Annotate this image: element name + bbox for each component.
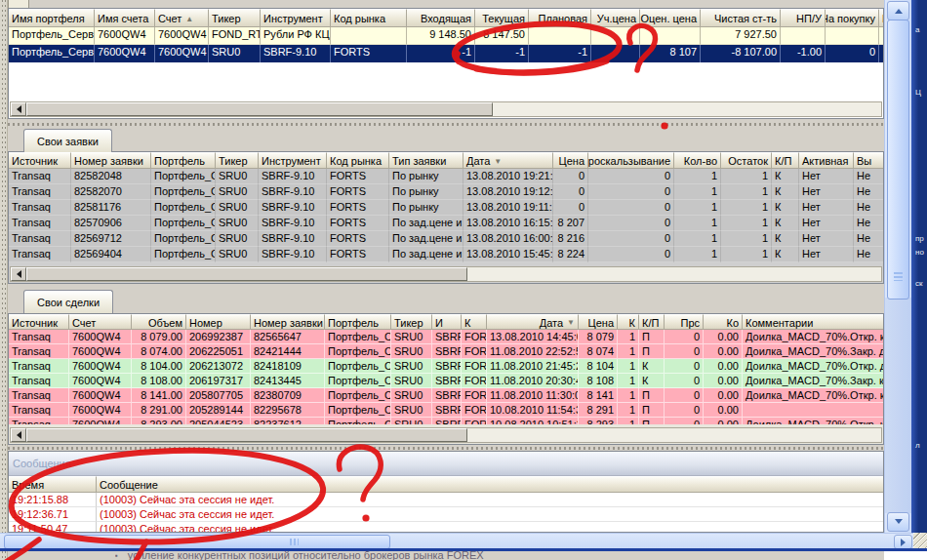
column-header[interactable]: Плановая [529,9,591,27]
table-cell: Не [854,247,884,262]
scroll-right-button[interactable] [894,535,912,549]
column-header[interactable]: Активная [799,152,854,169]
table-row[interactable]: Transaq82582048Портфель_СеSRU0SBRF-9.10F… [9,169,883,184]
table-row[interactable]: Transaq7600QW48 074.0020622505182421444П… [9,344,883,359]
column-header[interactable]: Имя счета [95,9,155,27]
outer-hscrollbar[interactable] [0,533,913,548]
tab-trades[interactable]: Свои сделки [23,290,113,313]
column-header[interactable]: Комментарии [743,314,884,330]
table-cell: 10.08.2010 10:51:37 [487,418,579,424]
column-header[interactable]: Источник [9,314,69,330]
table-row[interactable]: 19:11:50.47(10003) Сейчас эта сессия не … [9,522,883,533]
column-header[interactable]: К [462,314,487,330]
table-row[interactable]: Портфель_Сервер7600QW47600QW4FOND_RTSРуб… [9,27,883,45]
column-header[interactable]: Дата▼ [487,314,579,330]
column-header-label: Тип заявки [392,155,446,167]
table-cell: Доилка_MACD_70%.Закр. длин.$С [743,344,884,359]
scroll-up-button[interactable] [887,1,909,20]
positions-hscrollbar[interactable] [10,101,882,117]
scroll-thumb[interactable] [26,102,493,116]
table-row[interactable]: Transaq7600QW48 293.0020504452382237612П… [9,418,883,424]
column-header[interactable]: Остаток [721,152,772,169]
vscroll-track[interactable] [885,298,911,513]
column-header[interactable]: Номер [186,314,251,330]
hscroll-thumb[interactable] [4,535,390,549]
table-cell: FOR [462,374,487,388]
table-cell: К [639,374,665,388]
column-header[interactable]: Цена [579,314,618,330]
table-cell: Не [854,200,884,216]
outer-vscrollbar[interactable] [884,0,911,533]
column-header[interactable]: Номер заявки [71,152,151,169]
table-row[interactable]: Transaq82581176Портфель_СеSRU0SBRF-9.10F… [9,200,883,216]
column-header[interactable]: Источник [9,152,71,169]
column-header[interactable]: Текущая [475,9,529,27]
column-header[interactable]: К/П [772,152,799,169]
column-header[interactable]: Имя портфеля [9,9,95,27]
column-header[interactable]: Тикер [216,152,259,169]
column-header[interactable]: Инструмент [261,9,331,27]
column-header[interactable]: Инструмент [259,152,327,169]
column-header[interactable]: Код рынка [331,9,407,27]
scroll-thumb[interactable] [26,267,467,281]
column-header[interactable]: На покупку [826,9,879,27]
vscroll-thumb[interactable] [887,20,909,300]
column-header[interactable]: Оцен. цена [640,9,701,27]
column-header[interactable]: Номер заявки [251,314,325,330]
column-header[interactable]: Уч.цена [591,9,640,27]
table-cell: 82569404 [71,247,151,262]
column-header-label: Инструмент [263,13,323,24]
table-row[interactable]: Transaq7600QW48 108.0020619731782413445П… [9,374,883,388]
column-header[interactable]: Тикер [209,9,261,27]
column-header[interactable]: Код рынка [327,152,389,169]
column-header[interactable]: К/П [639,314,665,330]
table-row[interactable]: Transaq7600QW48 141.0020580770582380709П… [9,388,883,403]
table-row[interactable]: Transaq82570906Портфель_СеSRU0SBRF-9.10F… [9,216,883,231]
table-row[interactable]: Transaq82582070Портфель_СеSRU0SBRF-9.10F… [9,184,883,200]
column-header[interactable]: Портфель [325,314,391,330]
resize-grip[interactable] [913,533,927,548]
column-header[interactable]: Чистая ст-ть [701,9,781,27]
table-row[interactable]: 19:12:36.71(10003) Сейчас эта сессия не … [9,507,883,522]
column-header[interactable]: Цена [553,152,588,169]
table-row[interactable]: Transaq7600QW48 291.0020528914482295678П… [9,403,883,418]
tab-orders[interactable]: Свои заявки [23,129,112,152]
table-cell: 82421444 [251,344,325,359]
column-header[interactable]: Тип заявки [389,152,464,169]
column-header[interactable]: Прс [665,314,704,330]
column-header[interactable]: Счет [69,314,132,330]
column-header[interactable]: Входящая [407,9,475,27]
column-header[interactable]: НП/У [781,9,826,27]
column-header[interactable]: Счет▲ [155,9,209,27]
column-header[interactable]: И [432,314,462,330]
orders-hscrollbar[interactable] [10,266,882,282]
scroll-left-button[interactable] [11,267,26,281]
column-header[interactable]: Портфель [151,152,216,169]
scroll-left-button[interactable] [11,102,26,116]
orders-panel: ИсточникНомер заявкиПортфельТикерИнструм… [8,151,884,284]
column-header[interactable]: Вы [854,152,884,169]
table-row[interactable]: Transaq7600QW48 079.0020699238782565647П… [9,330,883,344]
scroll-left-button[interactable] [11,428,26,442]
table-cell: FOR [462,330,487,344]
column-header[interactable]: Сообщение [97,476,884,493]
dock-splitter[interactable] [0,0,8,560]
trades-hscrollbar[interactable] [10,427,882,443]
scroll-thumb[interactable] [26,428,467,442]
table-row[interactable]: Transaq82569712Портфель_СеSRU0SBRF-9.10F… [9,231,883,247]
scroll-down-button[interactable] [887,512,909,532]
column-header[interactable]: Время [9,476,97,493]
table-row[interactable]: Портфель_Сервер7600QW47600QW4SRU0SBRF-9.… [9,45,883,62]
table-cell: 0 [665,359,704,374]
table-cell: FORTS [327,200,389,216]
table-row[interactable]: 19:21:15.88(10003) Сейчас эта сессия не … [9,493,883,507]
column-header[interactable]: Кол-во [674,152,721,169]
column-header[interactable]: К [618,314,639,330]
column-header[interactable]: Объем [132,314,186,330]
column-header[interactable]: Ко [704,314,743,330]
column-header[interactable]: Дата▼ [464,152,553,169]
column-header[interactable]: Проскальзывание [588,152,674,169]
column-header[interactable]: Тикер [391,314,432,330]
table-row[interactable]: Transaq7600QW48 104.0020621307282418109П… [9,359,883,374]
table-row[interactable]: Transaq82569404Портфель_СеSRU0SBRF-9.10F… [9,247,883,262]
